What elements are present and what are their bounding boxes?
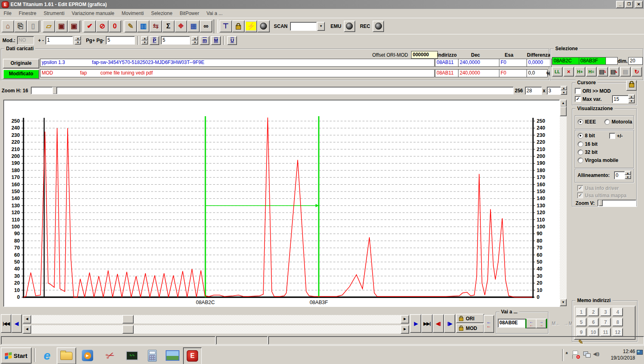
taskbar-taskmgr-icon[interactable]: ∿∿	[123, 348, 141, 363]
scan-select[interactable]	[290, 22, 317, 31]
selection-extra-field[interactable]	[606, 57, 618, 65]
start-button[interactable]: Start	[1, 347, 32, 364]
pg-input[interactable]: 5	[106, 36, 135, 45]
hscroll-mod-right-arrow[interactable]: ▶	[401, 325, 409, 334]
edit-note-button[interactable]: ✎	[124, 20, 137, 32]
shapes-button[interactable]: ❖	[175, 20, 187, 32]
go-prev-button[interactable]: ◀|	[11, 314, 22, 333]
vai-a-ori-button[interactable]: ←←	[525, 319, 537, 328]
ori-mod-checkbox[interactable]	[575, 88, 581, 94]
max-var-field[interactable]: 15	[612, 95, 629, 103]
undo-button[interactable]: U	[227, 36, 237, 45]
taskbar-explorer-icon[interactable]	[57, 347, 76, 364]
close-button[interactable]: ✕	[635, 1, 643, 8]
minimize-button[interactable]: _	[616, 1, 624, 8]
selection-end-field[interactable]: 08AB3F	[579, 57, 606, 65]
menu-item-variazione-manuale[interactable]: Variazione manuale	[68, 9, 118, 17]
vscroll-up-arrow[interactable]: ▲	[560, 100, 567, 107]
vai-a-field[interactable]: 08AB0E	[498, 319, 526, 328]
hscroll-ori-right-arrow[interactable]: ▶	[401, 315, 409, 324]
vscroll-thumb[interactable]	[560, 106, 567, 116]
vscroll-down-arrow[interactable]: ▼	[560, 299, 567, 306]
sel-rows-button[interactable]: H≡	[586, 67, 597, 77]
step-forward-button[interactable]: |▶	[410, 314, 421, 333]
tray-clock[interactable]: 12:46 19/10/2018	[606, 348, 635, 362]
sync-axes-button[interactable]: ←←	[484, 315, 494, 333]
zoom-v-slider-track[interactable]	[597, 200, 636, 206]
modificato-button[interactable]: Modificato	[3, 69, 39, 79]
cursor-lock-button[interactable]	[626, 80, 637, 91]
lock-button[interactable]	[232, 20, 245, 32]
step-spinner[interactable]: ▲▼	[75, 36, 81, 45]
paste-sel-mod-button[interactable]: ▤↳	[609, 67, 619, 77]
taskbar-calculator-icon[interactable]	[144, 347, 160, 364]
apply-check-button[interactable]: ✔	[83, 20, 96, 32]
offset-ori-mod-field[interactable]: 000000	[411, 51, 438, 59]
copy-sel-ori-button[interactable]: ▤↴	[597, 67, 608, 77]
refresh-button[interactable]: ↻	[631, 67, 642, 77]
save-as-button[interactable]: ▣	[68, 20, 80, 32]
page-p-button[interactable]: P	[149, 36, 159, 45]
open-folder-button[interactable]: ▱	[43, 20, 55, 32]
mod-scroll-button[interactable]: MOD	[456, 324, 484, 333]
ori-scroll-button[interactable]: ORI	[456, 314, 484, 323]
modificato-text-field[interactable]: MOD fap come file tuning vedi pdf	[40, 69, 435, 77]
modificato-differenza[interactable]: 0,0	[527, 69, 548, 77]
allineamento-spinner[interactable]: ▲▼	[625, 171, 631, 179]
forbid-button[interactable]: ⊘	[96, 20, 109, 32]
transfer-arrows-button[interactable]: ⇆	[149, 20, 162, 32]
plusminus-checkbox[interactable]	[609, 133, 615, 139]
tray-expand-chevron[interactable]: «	[565, 352, 569, 354]
menu-item-movimenti[interactable]: Movimenti	[118, 9, 147, 17]
ieee-radio[interactable]	[578, 119, 583, 125]
save-button[interactable]: ▣	[55, 20, 68, 32]
hscroll-mod-thumb[interactable]	[122, 325, 134, 334]
menu-item-selezione[interactable]: Selezione	[147, 9, 176, 17]
taskbar-snipping-icon[interactable]: ✂	[100, 345, 121, 364]
page-input[interactable]: 5	[161, 36, 190, 45]
menu-item-strumenti[interactable]: Strumenti	[40, 9, 68, 17]
step-input[interactable]: 1	[45, 36, 73, 45]
zoom-h-mult-spinner[interactable]: ▲▼	[561, 86, 567, 95]
graph-button[interactable]: ▦	[187, 20, 200, 32]
motorola-radio[interactable]	[604, 119, 610, 125]
originale-text-field[interactable]: ypsilon 1.3 fap-sw-3454Y570-51825023-MJD…	[40, 59, 435, 67]
sel-start-button[interactable]: LL	[552, 67, 563, 77]
chart-panel[interactable]: 0010102020303040405050606070708080909010…	[3, 100, 560, 307]
taskbar-ecm-icon[interactable]: E	[183, 347, 202, 364]
max-var-checkbox[interactable]: ✓	[575, 96, 581, 102]
taskbar-ie-icon[interactable]: e	[39, 348, 55, 363]
max-var-spinner[interactable]: ▲▼	[628, 94, 635, 103]
dim-field[interactable]: 20	[628, 57, 643, 65]
table-blue-button[interactable]: ▥	[137, 20, 149, 32]
eprom-graph[interactable]: 0010102020303040405050606070708080909010…	[4, 100, 559, 306]
menu-item-vai-a-[interactable]: Vai a ...	[203, 9, 226, 17]
originale-button[interactable]: Originale	[3, 59, 39, 68]
restore-button[interactable]: ❐	[625, 1, 633, 8]
go-first-button[interactable]: |◀◀	[1, 314, 11, 333]
binoculars-button[interactable]: ∞	[200, 20, 212, 32]
show-desktop-button[interactable]	[637, 350, 643, 360]
knob-button[interactable]	[257, 20, 270, 32]
menu-item-file[interactable]: File	[0, 9, 15, 17]
menu-item-bitpower[interactable]: BitPower	[176, 9, 203, 17]
chart-vscrollbar[interactable]: ▲ ▼	[560, 100, 567, 306]
sigma-button[interactable]: Σ	[162, 20, 175, 32]
sel-delete-button[interactable]: ✕	[563, 67, 574, 77]
hscroll-ori-thumb[interactable]	[122, 315, 134, 324]
taskbar-pictures-icon[interactable]	[164, 348, 181, 363]
reset-zero-button[interactable]: 0	[109, 20, 121, 32]
selection-start-field[interactable]: 08AB2C	[552, 57, 580, 65]
column-button[interactable]: ▯	[27, 20, 39, 32]
tray-actioncenter-icon[interactable]: ✕	[573, 351, 579, 359]
zoom-h-mult-field[interactable]: 3	[547, 87, 562, 95]
bit8-radio[interactable]	[578, 133, 583, 138]
vai-a-mod-button[interactable]: →→	[536, 319, 547, 328]
zoom-h-width-field[interactable]: 28	[525, 87, 542, 95]
zoom-h-slider-track[interactable]	[31, 87, 514, 94]
menu-item-finestre[interactable]: Finestre	[15, 9, 40, 17]
rec-knob-button[interactable]	[373, 21, 384, 32]
pg-spinner[interactable]: ▲▼	[141, 36, 148, 45]
virgola-radio[interactable]	[578, 158, 583, 163]
scan-dropdown-arrow[interactable]: ▼	[317, 22, 325, 31]
